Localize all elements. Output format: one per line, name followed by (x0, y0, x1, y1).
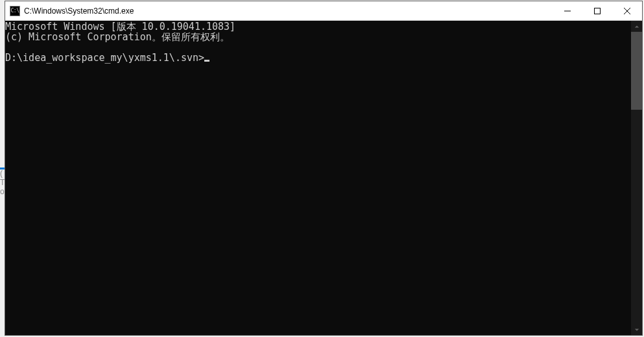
window-controls (553, 1, 642, 20)
scroll-thumb[interactable] (631, 32, 642, 110)
svg-rect-1 (595, 8, 601, 14)
terminal-line (5, 42, 631, 53)
maximize-icon (594, 8, 601, 14)
terminal-output[interactable]: Microsoft Windows [版本 10.0.19041.1083](c… (5, 21, 631, 335)
chevron-down-icon (634, 327, 639, 332)
scroll-up-button[interactable] (631, 21, 642, 32)
terminal-prompt: D:\idea_workspace_my\yxms1.1\.svn> (5, 52, 204, 64)
cmd-icon: C:\ (10, 6, 20, 16)
window-title: C:\Windows\System32\cmd.exe (24, 6, 553, 16)
client-area: Microsoft Windows [版本 10.0.19041.1083](c… (5, 21, 642, 335)
terminal-cursor (204, 60, 209, 62)
minimize-icon (564, 8, 571, 14)
scroll-down-button[interactable] (631, 324, 642, 335)
maximize-button[interactable] (582, 1, 612, 20)
terminal-line: Microsoft Windows [版本 10.0.19041.1083] (5, 21, 631, 32)
terminal-line: (c) Microsoft Corporation。保留所有权利。 (5, 32, 631, 42)
chevron-up-icon (634, 24, 639, 29)
cmd-window: C:\ C:\Windows\System32\cmd.exe Microsof… (5, 1, 643, 336)
close-icon (624, 8, 630, 14)
terminal-prompt-line: D:\idea_workspace_my\yxms1.1\.svn> (5, 53, 631, 63)
vertical-scrollbar[interactable] (631, 21, 642, 335)
titlebar[interactable]: C:\ C:\Windows\System32\cmd.exe (5, 1, 642, 21)
close-button[interactable] (612, 1, 642, 20)
minimize-button[interactable] (553, 1, 582, 20)
